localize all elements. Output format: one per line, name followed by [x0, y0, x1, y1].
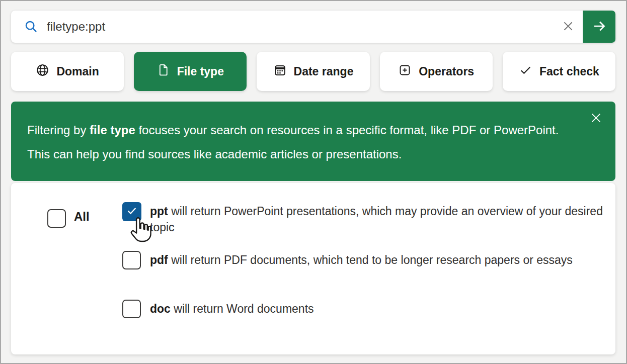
search-filter-page: { "search": { "query": "filetype:ppt", "… — [0, 0, 627, 364]
filter-button-label: File type — [177, 65, 224, 78]
pdf-option-description: pdf will return PDF documents, which ten… — [150, 252, 573, 268]
ppt-term: ppt — [150, 205, 168, 218]
filter-button-operators[interactable]: Operators — [380, 52, 493, 91]
filter-button-domain[interactable]: Domain — [11, 52, 124, 91]
all-checkbox-label: All — [74, 210, 90, 224]
ppt-desc-text: will return PowerPoint presentations, wh… — [150, 205, 603, 234]
filter-button-fact-check[interactable]: Fact check — [503, 52, 615, 91]
banner-text: Filtering by file type focuses your sear… — [27, 118, 576, 166]
doc-term: doc — [150, 302, 171, 315]
all-checkbox[interactable] — [47, 209, 66, 228]
pdf-desc-text: will return PDF documents, which tend to… — [168, 253, 573, 266]
search-bar — [11, 11, 615, 43]
filter-button-label: Date range — [294, 65, 354, 78]
file-type-info-banner: Filtering by file type focuses your sear… — [11, 102, 615, 181]
filter-button-file-type[interactable]: File type — [134, 52, 247, 91]
doc-desc-text: will return Word documents — [171, 302, 314, 315]
filter-button-label: Operators — [419, 65, 474, 78]
ppt-option-description: ppt will return PowerPoint presentations… — [150, 203, 603, 235]
clear-search-button[interactable] — [554, 11, 583, 43]
search-icon — [24, 20, 38, 34]
checkmark-icon — [519, 63, 532, 80]
document-icon — [157, 63, 170, 79]
pdf-checkbox[interactable] — [122, 251, 141, 269]
checkmark-icon — [125, 204, 138, 219]
globe-icon — [36, 63, 49, 80]
close-icon — [561, 19, 575, 35]
plus-square-icon — [398, 63, 412, 80]
close-icon — [589, 111, 603, 126]
banner-text-bold: file type — [90, 123, 135, 137]
filter-button-date-range[interactable]: Date range — [257, 52, 369, 91]
doc-option-description: doc will return Word documents — [150, 301, 314, 317]
search-input[interactable] — [38, 11, 554, 43]
calendar-icon — [273, 63, 287, 80]
banner-text-before: Filtering by — [27, 123, 90, 137]
search-submit-button[interactable] — [583, 11, 615, 43]
arrow-right-icon — [591, 18, 607, 36]
banner-close-button[interactable] — [586, 109, 606, 129]
filter-buttons-row: Domain File type Date range — [11, 52, 615, 91]
filter-button-label: Fact check — [539, 65, 599, 78]
doc-checkbox[interactable] — [122, 300, 141, 318]
filter-button-label: Domain — [56, 65, 99, 78]
file-type-options-panel: All ppt will return PowerPoint presentat… — [11, 183, 615, 354]
ppt-checkbox[interactable] — [122, 202, 141, 221]
pdf-term: pdf — [150, 253, 168, 266]
